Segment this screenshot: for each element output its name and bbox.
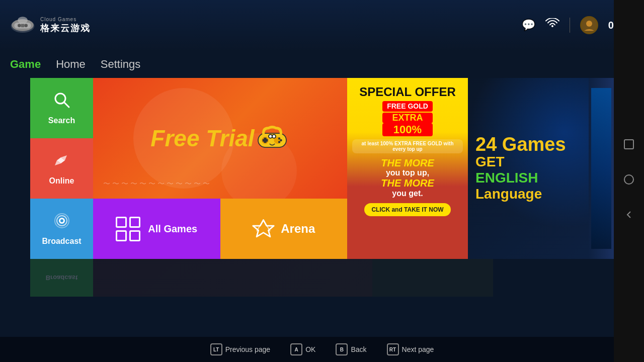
english-text: ENGLISH [475,170,538,186]
arena-label: Arena [281,222,315,236]
arena-icon [252,218,275,240]
banner-content: Free Trial [150,125,289,152]
broadcast-label: Broadcast [42,237,81,246]
svg-point-20 [278,137,280,139]
logo-icon [10,15,35,35]
broadcast-icon [53,212,71,234]
svg-point-32 [624,175,633,184]
games-24-tile[interactable]: 24 Games GET ENGLISH Language [468,78,589,259]
extra-100-text: 100% [382,123,433,136]
back-button[interactable]: B Back [336,343,366,355]
b-badge: B [336,343,348,355]
next-page-label: Next page [402,345,434,353]
wavy-decoration: 〜〜〜〜〜〜〜〜〜〜〜〜 [103,179,212,189]
free-trial-banner[interactable]: 〜〜〜〜〜〜〜〜〜〜〜〜 Free Trial [93,78,347,199]
extra-text: EXTRA [382,113,433,123]
svg-point-26 [269,135,272,137]
search-icon [53,91,71,113]
nav-game[interactable]: Game [10,55,41,73]
lt-badge: LT [210,343,222,355]
nav-home[interactable]: Home [56,55,86,73]
svg-point-4 [24,24,28,28]
next-page-button[interactable]: RT Next page [387,343,434,355]
all-games-tile[interactable]: All Games [93,199,220,259]
svg-rect-31 [624,140,633,149]
android-home-button[interactable] [623,173,635,189]
svg-point-8 [586,21,592,27]
header-divider [570,18,570,33]
svg-rect-19 [264,137,266,143]
you-get: you get. [381,189,434,198]
svg-point-14 [60,219,63,222]
games-24-text: 24 Games [475,135,566,154]
all-games-grid-icon [116,217,140,241]
logo-cn: 格来云游戏 [40,22,91,34]
svg-rect-5 [21,24,25,28]
top-up-description: at least 100% EXTRA FREE GOLD with every… [355,141,460,152]
svg-point-3 [18,24,21,28]
bottom-row: All Games Arena [93,199,347,259]
the-more-line1: THE MORE [381,157,434,168]
avatar[interactable] [580,16,598,34]
svg-line-10 [64,102,69,107]
logo-text: Cloud Games 格来云游戏 [40,17,91,34]
search-tile[interactable]: Search [30,78,93,138]
broadcast-tile[interactable]: Broadcast [30,199,93,259]
a-badge: A [290,343,302,355]
ok-button[interactable]: A OK [290,343,315,355]
cta-button[interactable]: CLICK and TAKE IT NOW [364,203,450,216]
previous-page-label: Previous page [225,345,271,353]
android-back-button[interactable] [623,209,635,224]
android-nav [614,0,644,362]
svg-point-6 [18,17,28,23]
center-column: 〜〜〜〜〜〜〜〜〜〜〜〜 Free Trial [93,78,347,259]
all-games-label: All Games [148,223,197,235]
gamepad-svg [255,125,290,152]
android-square-button[interactable] [623,138,635,153]
svg-point-23 [278,141,280,143]
online-label: Online [49,176,74,186]
wifi-icon [545,18,559,32]
online-icon [53,151,71,173]
you-top-up: you top up, [381,168,434,177]
svg-point-21 [280,139,282,141]
previous-page-button[interactable]: LT Previous page [210,343,271,355]
svg-point-27 [273,135,275,137]
message-icon[interactable]: 💬 [522,19,535,32]
language-text: Language [475,186,542,202]
nav: Game Home Settings [0,50,644,78]
nav-settings[interactable]: Settings [101,55,141,73]
header: Cloud Games 格来云游戏 💬 08:51 [0,0,644,50]
rt-badge: RT [387,343,399,355]
svg-marker-28 [253,220,274,236]
arena-tile[interactable]: Arena [220,199,348,259]
ok-label: OK [305,345,315,353]
back-label: Back [351,345,366,353]
online-tile[interactable]: Online [30,138,93,199]
right-edge [589,78,614,259]
free-gold-text: FREE GOLD [382,101,433,112]
logo-en: Cloud Games [40,17,91,22]
get-text: GET [475,154,505,170]
logo-area: Cloud Games 格来云游戏 [10,15,91,35]
bottom-bar: LT Previous page A OK B Back RT Next pag… [0,337,644,362]
free-trial-text: Free Trial [150,125,254,152]
sidebar-tiles: Search Online Broadcast [30,78,93,259]
main-grid: Search Online Broadcast [0,78,644,259]
special-offer-tile[interactable]: SPECIAL OFFER FREE GOLD EXTRA 100% at le… [347,78,468,259]
search-label: Search [48,116,75,125]
the-more-line2: THE MORE [381,177,434,189]
reflection-area: Broadcast [0,259,644,297]
special-offer-title: SPECIAL OFFER [359,85,456,99]
